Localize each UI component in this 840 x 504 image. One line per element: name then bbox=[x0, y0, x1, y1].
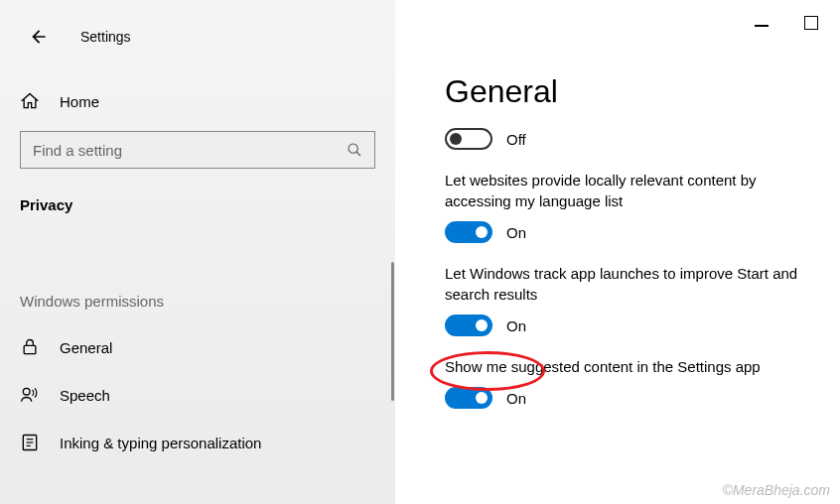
main-content: General Off Let websites provide locally… bbox=[395, 0, 840, 504]
home-label: Home bbox=[60, 93, 99, 110]
sidebar-item-label: General bbox=[60, 339, 112, 356]
toggle-advertising-id[interactable] bbox=[445, 128, 492, 150]
search-box[interactable] bbox=[20, 131, 375, 169]
header: Settings bbox=[0, 0, 395, 56]
svg-line-1 bbox=[356, 152, 360, 156]
home-icon bbox=[20, 91, 40, 111]
sidebar: Settings Home Privacy Windows permission… bbox=[0, 0, 395, 504]
toggle-language-list[interactable] bbox=[445, 221, 492, 243]
sidebar-item-label: Inking & typing personalization bbox=[60, 435, 261, 451]
sidebar-item-speech[interactable]: Speech bbox=[0, 371, 395, 419]
back-button[interactable] bbox=[29, 27, 49, 47]
lock-icon bbox=[20, 337, 40, 357]
search-icon bbox=[347, 142, 362, 158]
setting-desc-1: Let websites provide locally relevant co… bbox=[445, 170, 816, 211]
nav-list: General Speech Inking & typing personali… bbox=[0, 323, 395, 466]
toggle-suggested-content[interactable] bbox=[445, 387, 492, 409]
watermark: ©MeraBheja.com bbox=[723, 482, 830, 498]
svg-point-0 bbox=[349, 144, 357, 153]
inking-icon bbox=[20, 433, 40, 452]
svg-rect-2 bbox=[24, 345, 36, 353]
window-controls bbox=[755, 16, 818, 30]
toggle-state-label: On bbox=[506, 317, 526, 334]
toggle-state-label: Off bbox=[506, 131, 526, 148]
category-label: Privacy bbox=[20, 196, 395, 213]
section-label: Windows permissions bbox=[20, 293, 395, 310]
search-input[interactable] bbox=[33, 142, 311, 159]
svg-point-3 bbox=[23, 388, 30, 395]
maximize-button[interactable] bbox=[804, 16, 818, 30]
setting-row-0: Off bbox=[445, 128, 816, 150]
sidebar-item-general[interactable]: General bbox=[0, 323, 395, 371]
minimize-button[interactable] bbox=[755, 25, 769, 27]
speech-icon bbox=[20, 385, 40, 405]
toggle-state-label: On bbox=[506, 224, 526, 241]
home-nav[interactable]: Home bbox=[20, 85, 395, 117]
sidebar-item-inking[interactable]: Inking & typing personalization bbox=[0, 419, 395, 466]
page-title: General bbox=[445, 73, 816, 110]
toggle-state-label: On bbox=[506, 390, 526, 407]
window-title: Settings bbox=[80, 29, 131, 45]
setting-desc-2: Let Windows track app launches to improv… bbox=[445, 263, 816, 305]
arrow-left-icon bbox=[29, 27, 49, 47]
toggle-app-launches[interactable] bbox=[445, 315, 492, 336]
sidebar-item-label: Speech bbox=[60, 387, 110, 404]
setting-desc-3: Show me suggested content in the Setting… bbox=[445, 356, 816, 377]
scroll-indicator bbox=[391, 262, 394, 401]
